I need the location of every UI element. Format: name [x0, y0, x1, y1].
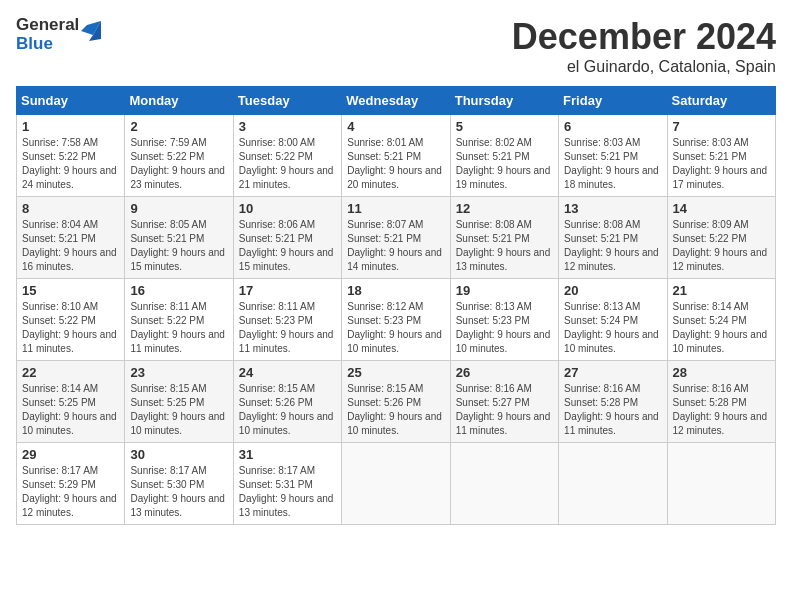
day-number: 22 — [22, 365, 119, 380]
day-info: Sunrise: 8:04 AM Sunset: 5:21 PM Dayligh… — [22, 218, 119, 274]
calendar-title: December 2024 — [512, 16, 776, 58]
logo-blue: Blue — [16, 35, 79, 54]
day-info: Sunrise: 8:12 AM Sunset: 5:23 PM Dayligh… — [347, 300, 444, 356]
header-wednesday: Wednesday — [342, 87, 450, 115]
day-number: 7 — [673, 119, 770, 134]
calendar-cell: 20 Sunrise: 8:13 AM Sunset: 5:24 PM Dayl… — [559, 279, 667, 361]
calendar-cell: 11 Sunrise: 8:07 AM Sunset: 5:21 PM Dayl… — [342, 197, 450, 279]
calendar-cell: 1 Sunrise: 7:58 AM Sunset: 5:22 PM Dayli… — [17, 115, 125, 197]
day-info: Sunrise: 8:17 AM Sunset: 5:31 PM Dayligh… — [239, 464, 336, 520]
day-info: Sunrise: 8:07 AM Sunset: 5:21 PM Dayligh… — [347, 218, 444, 274]
day-info: Sunrise: 8:11 AM Sunset: 5:22 PM Dayligh… — [130, 300, 227, 356]
calendar-cell — [667, 443, 775, 525]
day-number: 23 — [130, 365, 227, 380]
day-number: 14 — [673, 201, 770, 216]
calendar-row: 29 Sunrise: 8:17 AM Sunset: 5:29 PM Dayl… — [17, 443, 776, 525]
day-number: 24 — [239, 365, 336, 380]
logo: General Blue — [16, 16, 101, 53]
day-info: Sunrise: 7:58 AM Sunset: 5:22 PM Dayligh… — [22, 136, 119, 192]
day-number: 19 — [456, 283, 553, 298]
calendar-cell: 22 Sunrise: 8:14 AM Sunset: 5:25 PM Dayl… — [17, 361, 125, 443]
calendar-cell: 14 Sunrise: 8:09 AM Sunset: 5:22 PM Dayl… — [667, 197, 775, 279]
day-info: Sunrise: 8:15 AM Sunset: 5:26 PM Dayligh… — [347, 382, 444, 438]
day-number: 26 — [456, 365, 553, 380]
calendar-cell: 31 Sunrise: 8:17 AM Sunset: 5:31 PM Dayl… — [233, 443, 341, 525]
day-info: Sunrise: 8:08 AM Sunset: 5:21 PM Dayligh… — [564, 218, 661, 274]
day-info: Sunrise: 8:02 AM Sunset: 5:21 PM Dayligh… — [456, 136, 553, 192]
logo-general: General — [16, 16, 79, 35]
day-number: 3 — [239, 119, 336, 134]
day-number: 21 — [673, 283, 770, 298]
calendar-cell — [342, 443, 450, 525]
calendar-cell: 3 Sunrise: 8:00 AM Sunset: 5:22 PM Dayli… — [233, 115, 341, 197]
day-number: 1 — [22, 119, 119, 134]
calendar-table: Sunday Monday Tuesday Wednesday Thursday… — [16, 86, 776, 525]
calendar-row: 15 Sunrise: 8:10 AM Sunset: 5:22 PM Dayl… — [17, 279, 776, 361]
day-info: Sunrise: 8:10 AM Sunset: 5:22 PM Dayligh… — [22, 300, 119, 356]
calendar-cell: 26 Sunrise: 8:16 AM Sunset: 5:27 PM Dayl… — [450, 361, 558, 443]
day-number: 9 — [130, 201, 227, 216]
header-monday: Monday — [125, 87, 233, 115]
calendar-cell: 23 Sunrise: 8:15 AM Sunset: 5:25 PM Dayl… — [125, 361, 233, 443]
day-number: 10 — [239, 201, 336, 216]
header-saturday: Saturday — [667, 87, 775, 115]
calendar-cell: 19 Sunrise: 8:13 AM Sunset: 5:23 PM Dayl… — [450, 279, 558, 361]
calendar-cell: 30 Sunrise: 8:17 AM Sunset: 5:30 PM Dayl… — [125, 443, 233, 525]
calendar-row: 1 Sunrise: 7:58 AM Sunset: 5:22 PM Dayli… — [17, 115, 776, 197]
calendar-cell: 16 Sunrise: 8:11 AM Sunset: 5:22 PM Dayl… — [125, 279, 233, 361]
day-info: Sunrise: 7:59 AM Sunset: 5:22 PM Dayligh… — [130, 136, 227, 192]
day-number: 20 — [564, 283, 661, 298]
day-info: Sunrise: 8:16 AM Sunset: 5:28 PM Dayligh… — [564, 382, 661, 438]
calendar-cell: 4 Sunrise: 8:01 AM Sunset: 5:21 PM Dayli… — [342, 115, 450, 197]
day-info: Sunrise: 8:06 AM Sunset: 5:21 PM Dayligh… — [239, 218, 336, 274]
day-info: Sunrise: 8:15 AM Sunset: 5:26 PM Dayligh… — [239, 382, 336, 438]
day-info: Sunrise: 8:14 AM Sunset: 5:25 PM Dayligh… — [22, 382, 119, 438]
day-info: Sunrise: 8:17 AM Sunset: 5:29 PM Dayligh… — [22, 464, 119, 520]
day-info: Sunrise: 8:03 AM Sunset: 5:21 PM Dayligh… — [673, 136, 770, 192]
day-number: 27 — [564, 365, 661, 380]
day-number: 13 — [564, 201, 661, 216]
calendar-cell: 28 Sunrise: 8:16 AM Sunset: 5:28 PM Dayl… — [667, 361, 775, 443]
day-info: Sunrise: 8:08 AM Sunset: 5:21 PM Dayligh… — [456, 218, 553, 274]
page-header: General Blue December 2024 el Guinardo, … — [16, 16, 776, 76]
day-info: Sunrise: 8:11 AM Sunset: 5:23 PM Dayligh… — [239, 300, 336, 356]
calendar-cell: 5 Sunrise: 8:02 AM Sunset: 5:21 PM Dayli… — [450, 115, 558, 197]
header-row: Sunday Monday Tuesday Wednesday Thursday… — [17, 87, 776, 115]
day-number: 2 — [130, 119, 227, 134]
calendar-cell: 9 Sunrise: 8:05 AM Sunset: 5:21 PM Dayli… — [125, 197, 233, 279]
day-number: 31 — [239, 447, 336, 462]
title-area: December 2024 el Guinardo, Catalonia, Sp… — [512, 16, 776, 76]
header-friday: Friday — [559, 87, 667, 115]
calendar-cell: 6 Sunrise: 8:03 AM Sunset: 5:21 PM Dayli… — [559, 115, 667, 197]
header-tuesday: Tuesday — [233, 87, 341, 115]
day-number: 28 — [673, 365, 770, 380]
day-number: 12 — [456, 201, 553, 216]
day-info: Sunrise: 8:13 AM Sunset: 5:24 PM Dayligh… — [564, 300, 661, 356]
calendar-cell: 18 Sunrise: 8:12 AM Sunset: 5:23 PM Dayl… — [342, 279, 450, 361]
calendar-cell: 7 Sunrise: 8:03 AM Sunset: 5:21 PM Dayli… — [667, 115, 775, 197]
day-number: 25 — [347, 365, 444, 380]
calendar-cell: 17 Sunrise: 8:11 AM Sunset: 5:23 PM Dayl… — [233, 279, 341, 361]
calendar-cell: 27 Sunrise: 8:16 AM Sunset: 5:28 PM Dayl… — [559, 361, 667, 443]
day-number: 15 — [22, 283, 119, 298]
day-number: 4 — [347, 119, 444, 134]
day-info: Sunrise: 8:14 AM Sunset: 5:24 PM Dayligh… — [673, 300, 770, 356]
day-number: 6 — [564, 119, 661, 134]
day-info: Sunrise: 8:00 AM Sunset: 5:22 PM Dayligh… — [239, 136, 336, 192]
header-sunday: Sunday — [17, 87, 125, 115]
day-info: Sunrise: 8:16 AM Sunset: 5:28 PM Dayligh… — [673, 382, 770, 438]
calendar-row: 8 Sunrise: 8:04 AM Sunset: 5:21 PM Dayli… — [17, 197, 776, 279]
day-info: Sunrise: 8:13 AM Sunset: 5:23 PM Dayligh… — [456, 300, 553, 356]
calendar-cell: 21 Sunrise: 8:14 AM Sunset: 5:24 PM Dayl… — [667, 279, 775, 361]
day-info: Sunrise: 8:17 AM Sunset: 5:30 PM Dayligh… — [130, 464, 227, 520]
day-number: 8 — [22, 201, 119, 216]
day-number: 30 — [130, 447, 227, 462]
calendar-cell: 25 Sunrise: 8:15 AM Sunset: 5:26 PM Dayl… — [342, 361, 450, 443]
header-thursday: Thursday — [450, 87, 558, 115]
calendar-cell: 8 Sunrise: 8:04 AM Sunset: 5:21 PM Dayli… — [17, 197, 125, 279]
calendar-cell: 10 Sunrise: 8:06 AM Sunset: 5:21 PM Dayl… — [233, 197, 341, 279]
day-number: 18 — [347, 283, 444, 298]
calendar-row: 22 Sunrise: 8:14 AM Sunset: 5:25 PM Dayl… — [17, 361, 776, 443]
day-info: Sunrise: 8:15 AM Sunset: 5:25 PM Dayligh… — [130, 382, 227, 438]
calendar-cell — [450, 443, 558, 525]
